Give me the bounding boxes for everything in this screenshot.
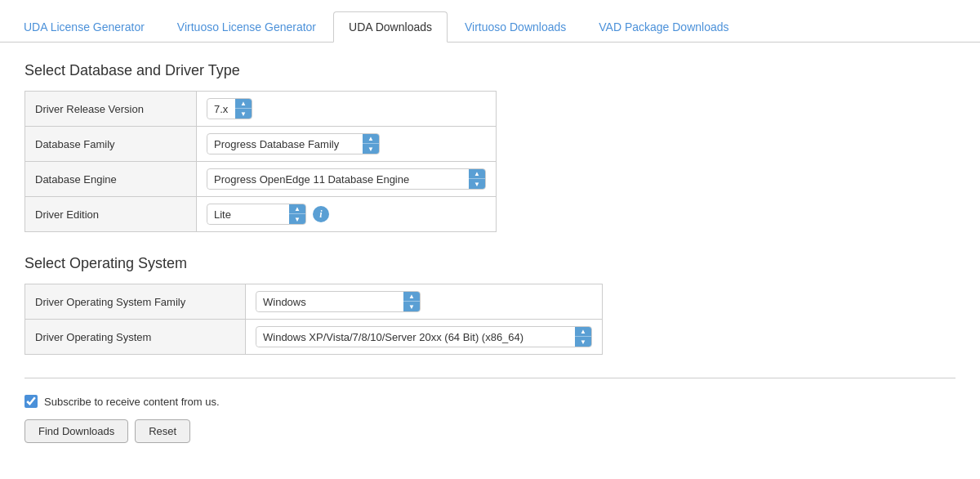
- up-arrow-icon: ▲: [469, 169, 485, 179]
- driver-release-version-select-wrapper: 6.x 7.x 8.x ▲ ▼: [207, 98, 252, 119]
- driver-edition-spinner[interactable]: ▲ ▼: [289, 204, 305, 224]
- os-version-spinner[interactable]: ▲ ▼: [575, 327, 591, 347]
- subscribe-label[interactable]: Subscribe to receive content from us.: [44, 396, 220, 408]
- down-arrow-icon: ▼: [469, 179, 485, 189]
- os-family-spinner[interactable]: ▲ ▼: [403, 292, 420, 311]
- up-arrow-icon: ▲: [289, 204, 305, 214]
- reset-button[interactable]: Reset: [135, 419, 190, 443]
- os-table: Driver Operating System Family Windows L…: [24, 284, 603, 355]
- database-family-spinner[interactable]: ▲ ▼: [363, 134, 379, 154]
- tabs-container: UDA License Generator Virtuoso License G…: [0, 0, 980, 43]
- table-row: Driver Release Version 6.x 7.x 8.x ▲ ▼: [25, 92, 497, 127]
- tab-virtuoso-license[interactable]: Virtuoso License Generator: [162, 11, 332, 42]
- os-family-select[interactable]: Windows Linux macOS Solaris: [256, 293, 403, 311]
- table-row: Driver Edition Lite Enterprise ▲ ▼: [25, 197, 497, 232]
- down-arrow-icon: ▼: [235, 109, 252, 119]
- driver-release-version-label: Driver Release Version: [25, 92, 197, 127]
- os-family-select-wrapper: Windows Linux macOS Solaris ▲ ▼: [256, 291, 421, 312]
- main-content: Select Database and Driver Type Driver R…: [0, 43, 980, 463]
- driver-type-table: Driver Release Version 6.x 7.x 8.x ▲ ▼ D…: [24, 91, 497, 232]
- section1-title: Select Database and Driver Type: [24, 62, 956, 79]
- table-row: Database Engine Progress OpenEdge 11 Dat…: [25, 162, 497, 197]
- database-engine-select[interactable]: Progress OpenEdge 11 Database Engine Pro…: [207, 170, 469, 189]
- driver-edition-row: Lite Enterprise ▲ ▼ i: [207, 204, 329, 225]
- database-engine-select-wrapper: Progress OpenEdge 11 Database Engine Pro…: [207, 168, 486, 190]
- section-divider: [24, 378, 956, 378]
- table-row: Database Family Progress Database Family…: [25, 127, 497, 162]
- database-engine-spinner[interactable]: ▲ ▼: [469, 169, 485, 189]
- driver-edition-info-icon[interactable]: i: [313, 206, 329, 222]
- os-version-label: Driver Operating System: [25, 320, 246, 355]
- tab-uda-downloads[interactable]: UDA Downloads: [333, 11, 448, 43]
- subscribe-row: Subscribe to receive content from us.: [24, 395, 956, 408]
- find-downloads-button[interactable]: Find Downloads: [24, 419, 128, 443]
- tab-virtuoso-downloads[interactable]: Virtuoso Downloads: [449, 11, 581, 42]
- os-version-select[interactable]: Windows XP/Vista/7/8/10/Server 20xx (64 …: [256, 328, 575, 347]
- up-arrow-icon: ▲: [363, 134, 379, 144]
- tab-vad-downloads[interactable]: VAD Package Downloads: [583, 11, 744, 42]
- down-arrow-icon: ▼: [363, 144, 379, 154]
- button-row: Find Downloads Reset: [24, 419, 956, 443]
- driver-edition-select[interactable]: Lite Enterprise: [207, 205, 289, 224]
- driver-edition-label: Driver Edition: [25, 197, 197, 232]
- up-arrow-icon: ▲: [235, 99, 252, 109]
- driver-edition-select-wrapper: Lite Enterprise ▲ ▼: [207, 204, 306, 225]
- up-arrow-icon: ▲: [575, 327, 591, 337]
- database-engine-label: Database Engine: [25, 162, 197, 197]
- driver-release-version-select[interactable]: 6.x 7.x 8.x: [207, 100, 235, 119]
- database-family-select-wrapper: Progress Database Family Oracle MySQL Po…: [207, 133, 380, 154]
- database-family-label: Database Family: [25, 127, 197, 162]
- subscribe-checkbox[interactable]: [24, 395, 38, 408]
- down-arrow-icon: ▼: [575, 337, 591, 347]
- database-family-select[interactable]: Progress Database Family Oracle MySQL Po…: [207, 135, 363, 154]
- tab-uda-license[interactable]: UDA License Generator: [8, 11, 160, 42]
- os-family-label: Driver Operating System Family: [25, 284, 246, 320]
- table-row: Driver Operating System Windows XP/Vista…: [25, 320, 603, 355]
- driver-release-version-spinner[interactable]: ▲ ▼: [235, 99, 252, 119]
- os-version-select-wrapper: Windows XP/Vista/7/8/10/Server 20xx (64 …: [256, 326, 592, 347]
- section2-title: Select Operating System: [24, 255, 956, 272]
- table-row: Driver Operating System Family Windows L…: [25, 284, 603, 320]
- down-arrow-icon: ▼: [289, 214, 305, 224]
- up-arrow-icon: ▲: [403, 292, 420, 302]
- down-arrow-icon: ▼: [403, 302, 420, 311]
